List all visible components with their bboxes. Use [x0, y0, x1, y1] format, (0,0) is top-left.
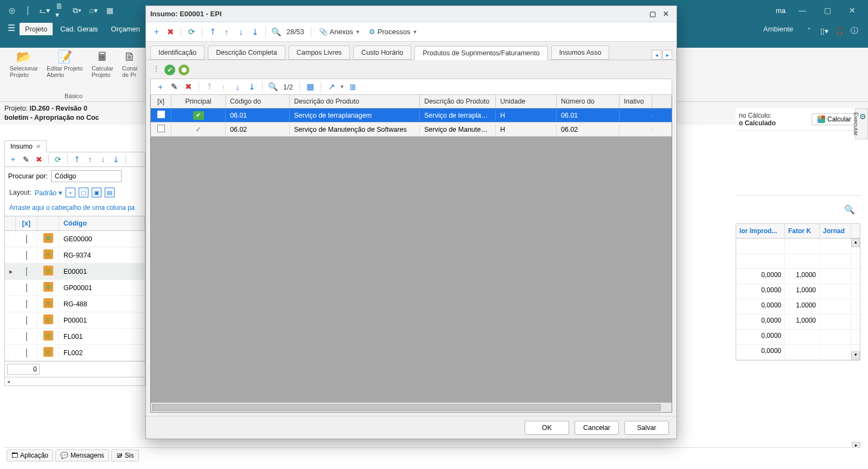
calcular-button[interactable]: Calcular — [812, 113, 857, 125]
ribbon-consi[interactable]: 🗎 Consi de Pr — [118, 50, 142, 78]
tab-custo-horario[interactable]: Custo Horário — [353, 46, 411, 60]
table-row[interactable] — [736, 239, 860, 254]
add-icon[interactable]: ＋ — [154, 80, 166, 94]
scroll-up-icon[interactable]: ▴ — [851, 239, 860, 247]
delete-icon[interactable]: ✖ — [34, 155, 44, 164]
qa-doc-icon[interactable]: 🗎▾ — [55, 5, 66, 16]
tab-identificacao[interactable]: Identificação — [150, 46, 205, 60]
window-minimize-icon[interactable]: — — [790, 2, 815, 19]
executar-side-tab[interactable]: ⚙ Executar — [855, 108, 868, 139]
modal-titlebar[interactable]: Insumo: E00001 - EPI ▢ ✕ — [146, 6, 676, 22]
delete-icon[interactable]: ✖ — [182, 80, 194, 94]
qa-home-icon[interactable]: ⌂▾ — [88, 5, 99, 16]
layout-c-icon[interactable]: ▣ — [92, 188, 101, 197]
ribbon-tab-orcamen[interactable]: Orçamen — [106, 23, 145, 35]
search-icon[interactable]: 🔍 — [267, 80, 279, 94]
modal-close-icon[interactable]: ✕ — [659, 9, 672, 20]
window-close-icon[interactable]: ✕ — [840, 2, 865, 19]
tab-scroll-left-icon[interactable]: ◂ — [652, 50, 661, 60]
cancel-button[interactable]: Cancelar — [575, 421, 619, 435]
anexos-dropdown[interactable]: 📎 Anexos▼ — [316, 28, 363, 36]
save-button[interactable]: Salvar — [624, 421, 669, 435]
refresh-icon[interactable]: ⟳ — [53, 155, 63, 164]
tab-scroll-right-icon[interactable]: ▸ — [662, 50, 672, 60]
tab-descricao-completa[interactable]: Descrição Completa — [208, 46, 285, 60]
down-icon[interactable]: ↓ — [235, 25, 247, 39]
help-icon[interactable]: ⓘ — [848, 25, 860, 37]
procurar-input[interactable] — [51, 170, 122, 182]
window-maximize-icon[interactable]: ▢ — [815, 2, 840, 19]
file-menu-icon[interactable]: ☰ — [3, 23, 20, 33]
search-icon[interactable]: 🔍 — [736, 196, 860, 223]
products-grid[interactable]: [x] Principal Código do Descrição do Pro… — [150, 95, 672, 413]
list-item[interactable]: RG-9374 — [5, 247, 145, 264]
table-row[interactable]: 0,00001,0000 — [736, 269, 860, 284]
list-body[interactable]: GE00000RG-9374▸E00001GP00001RG-488P00001… — [4, 231, 145, 362]
qa-camera-icon[interactable]: ⧉▾ — [72, 5, 82, 16]
last-icon[interactable]: ⤓ — [111, 155, 121, 164]
processos-dropdown[interactable]: ⚙ Processos▼ — [366, 28, 421, 36]
list-item[interactable]: GE00000 — [5, 231, 145, 247]
qa-grid-icon[interactable]: ▦ — [104, 5, 115, 16]
table-row[interactable]: 0,0000 — [736, 345, 860, 360]
headset-icon[interactable]: 🎧 — [833, 25, 845, 37]
status-ok-icon[interactable]: ✔ — [164, 65, 175, 75]
list-item[interactable]: FL002 — [5, 345, 145, 361]
app-logo-icon[interactable]: ◎ — [7, 5, 17, 16]
add-icon[interactable]: ＋ — [150, 25, 162, 39]
refresh-icon[interactable]: ⟳ — [186, 25, 197, 39]
scroll-down-icon[interactable]: ▾ — [851, 351, 860, 360]
layout-d-icon[interactable]: ▤ — [105, 188, 114, 197]
up-icon[interactable]: ↑ — [85, 155, 95, 164]
table-row[interactable]: 0,00001,0000 — [736, 314, 860, 330]
document-icon[interactable]: 🗎 — [347, 80, 359, 94]
export-icon[interactable]: ↗ — [326, 80, 337, 94]
ambiente-link[interactable]: Ambiente — [758, 23, 799, 35]
ribbon-selecionar-projeto[interactable]: 📂 Selecionar Projeto — [5, 50, 42, 78]
collapse-ribbon-icon[interactable]: ˄ — [803, 25, 815, 37]
edit-icon[interactable]: ✎ — [168, 80, 180, 94]
columns-icon[interactable]: ▦ — [304, 80, 316, 94]
layout-add-icon[interactable]: ＋ — [66, 188, 75, 197]
delete-icon[interactable]: ✖ — [164, 25, 176, 39]
layout-dropdown[interactable]: Padrão ▾ — [35, 189, 62, 197]
table-row[interactable]: 0,00001,0000 — [736, 299, 860, 314]
ribbon-tab-cad-gerais[interactable]: Cad. Gerais — [55, 23, 103, 35]
last-icon[interactable]: ⤓ — [246, 80, 258, 94]
first-icon[interactable]: ⤒ — [72, 155, 82, 164]
list-item[interactable]: GP00001 — [5, 280, 145, 296]
grid-hscrollbar[interactable] — [151, 402, 672, 412]
up-icon[interactable]: ↑ — [221, 25, 233, 39]
first-icon[interactable]: ⤒ — [207, 25, 219, 39]
add-icon[interactable]: ＋ — [8, 155, 18, 164]
status-cluster-icon[interactable]: ⬢ — [178, 65, 189, 75]
status-tab-aplicacao[interactable]: 🗔 Aplicação — [7, 449, 53, 461]
layout-icon[interactable]: ▯▾ — [818, 25, 830, 37]
table-row[interactable]: ✔06.01Serviço de terraplanagemServiço de… — [151, 108, 672, 123]
last-icon[interactable]: ⤓ — [249, 25, 261, 39]
panel-tab-insumo[interactable]: Insumo✕ — [4, 140, 47, 152]
layout-b-icon[interactable]: ▢ — [79, 188, 88, 197]
table-row[interactable]: 0,0000 — [736, 330, 860, 345]
table-row[interactable] — [736, 254, 860, 269]
list-item[interactable]: P00001 — [5, 312, 145, 329]
list-item[interactable]: ▸E00001 — [5, 264, 145, 280]
ribbon-tab-projeto[interactable]: Projeto — [20, 23, 53, 35]
list-item[interactable]: RG-488 — [5, 296, 145, 312]
ok-button[interactable]: OK — [525, 421, 569, 435]
tab-campos-livres[interactable]: Campos Livres — [289, 46, 350, 60]
status-tab-sis[interactable]: 🖳 Sis — [111, 449, 139, 461]
edit-icon[interactable]: ✎ — [21, 155, 31, 164]
search-icon[interactable]: 🔍 — [270, 25, 282, 39]
table-row[interactable]: 0,00001,0000 — [736, 284, 860, 299]
count-input[interactable] — [7, 364, 40, 375]
modal-maximize-icon[interactable]: ▢ — [646, 9, 659, 20]
ribbon-calcular-projeto[interactable]: 🖩 Calcular Projeto — [87, 50, 118, 78]
status-tab-mensagens[interactable]: 💬 Mensagens — [55, 449, 109, 461]
ribbon-editar-projeto[interactable]: 📝 Editar Projeto Aberto — [42, 50, 87, 78]
tab-insumos-assoc[interactable]: Insumos Asso — [551, 46, 610, 60]
close-icon[interactable]: ✕ — [36, 143, 41, 150]
down-icon[interactable]: ↓ — [98, 155, 108, 164]
hscroll-left-icon[interactable]: ◂ — [5, 378, 12, 384]
tab-produtos-suprimentos[interactable]: Produtos de Suprimentos/Faturamento — [414, 46, 547, 60]
